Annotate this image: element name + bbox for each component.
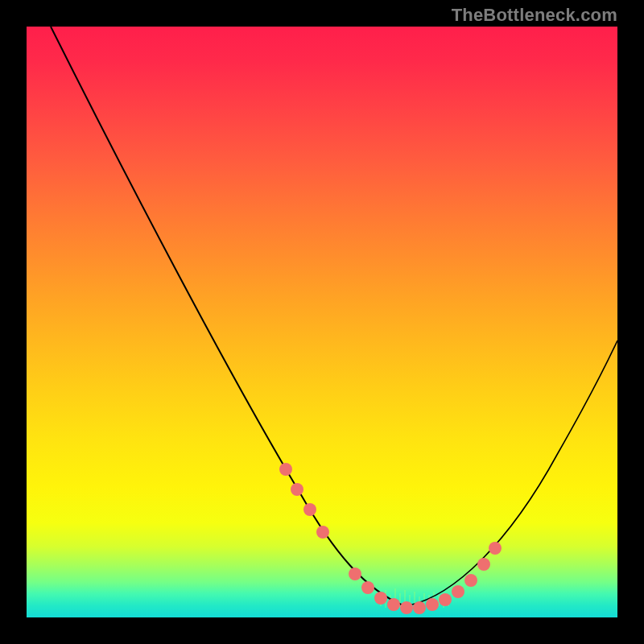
chart-frame: TheBottleneck.com [0,0,644,644]
svg-point-8 [400,601,413,614]
svg-point-15 [489,542,502,555]
svg-point-0 [279,463,292,476]
svg-point-7 [387,598,400,611]
svg-point-3 [316,526,329,539]
svg-point-1 [291,483,303,496]
svg-point-11 [439,593,452,606]
curve-markers [279,463,502,614]
svg-point-5 [361,581,374,594]
svg-point-2 [303,503,316,516]
svg-point-12 [452,585,464,598]
svg-point-14 [477,558,490,571]
bottleneck-curve-right [405,341,617,606]
watermark-text: TheBottleneck.com [452,5,617,26]
svg-point-4 [349,568,361,580]
svg-point-13 [464,574,477,587]
svg-point-9 [413,601,426,614]
svg-point-6 [374,592,387,605]
chart-overlay [27,27,617,617]
svg-point-10 [426,598,439,611]
bottleneck-curve-left [51,27,405,606]
